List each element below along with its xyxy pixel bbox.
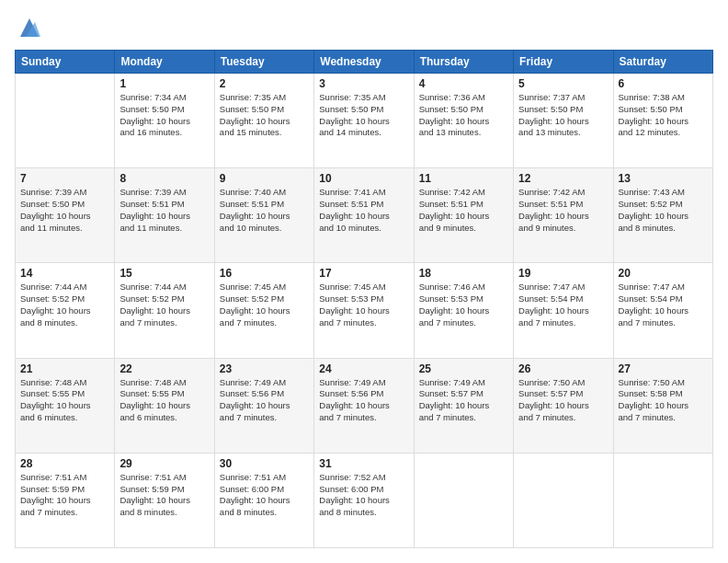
calendar-week-row: 14Sunrise: 7:44 AM Sunset: 5:52 PM Dayli… <box>16 263 713 358</box>
col-header-wednesday: Wednesday <box>314 51 414 74</box>
day-info: Sunrise: 7:50 AM Sunset: 5:58 PM Dayligh… <box>619 377 708 424</box>
day-info: Sunrise: 7:44 AM Sunset: 5:52 PM Dayligh… <box>119 282 209 328</box>
calendar-cell: 16Sunrise: 7:45 AM Sunset: 5:52 PM Dayli… <box>214 263 313 358</box>
day-number: 23 <box>220 362 309 375</box>
day-info: Sunrise: 7:38 AM Sunset: 5:50 PM Dayligh… <box>619 92 708 139</box>
day-info: Sunrise: 7:47 AM Sunset: 5:54 PM Dayligh… <box>619 282 708 328</box>
calendar-cell: 12Sunrise: 7:42 AM Sunset: 5:51 PM Dayli… <box>514 168 613 263</box>
calendar-cell: 5Sunrise: 7:37 AM Sunset: 5:50 PM Daylig… <box>514 74 613 168</box>
calendar-cell: 24Sunrise: 7:49 AM Sunset: 5:56 PM Dayli… <box>314 358 414 453</box>
calendar-week-row: 28Sunrise: 7:51 AM Sunset: 5:59 PM Dayli… <box>16 453 713 547</box>
header <box>15 15 713 40</box>
calendar-cell: 9Sunrise: 7:40 AM Sunset: 5:51 PM Daylig… <box>214 168 313 263</box>
day-number: 30 <box>220 457 309 470</box>
page: SundayMondayTuesdayWednesdayThursdayFrid… <box>0 0 728 563</box>
day-info: Sunrise: 7:44 AM Sunset: 5:52 PM Dayligh… <box>20 282 109 328</box>
day-info: Sunrise: 7:48 AM Sunset: 5:55 PM Dayligh… <box>119 377 209 424</box>
day-info: Sunrise: 7:45 AM Sunset: 5:52 PM Dayligh… <box>220 282 309 328</box>
day-number: 29 <box>119 457 209 470</box>
day-info: Sunrise: 7:39 AM Sunset: 5:51 PM Dayligh… <box>119 187 209 234</box>
day-info: Sunrise: 7:51 AM Sunset: 5:59 PM Dayligh… <box>20 472 109 519</box>
day-number: 2 <box>220 77 309 90</box>
day-number: 27 <box>619 362 708 375</box>
day-info: Sunrise: 7:36 AM Sunset: 5:50 PM Dayligh… <box>419 92 508 139</box>
calendar-cell: 3Sunrise: 7:35 AM Sunset: 5:50 PM Daylig… <box>314 74 414 168</box>
day-number: 18 <box>419 267 508 280</box>
calendar-cell: 19Sunrise: 7:47 AM Sunset: 5:54 PM Dayli… <box>514 263 613 358</box>
calendar-cell: 27Sunrise: 7:50 AM Sunset: 5:58 PM Dayli… <box>613 358 712 453</box>
col-header-thursday: Thursday <box>414 51 513 74</box>
day-info: Sunrise: 7:43 AM Sunset: 5:52 PM Dayligh… <box>619 187 708 234</box>
calendar-cell: 11Sunrise: 7:42 AM Sunset: 5:51 PM Dayli… <box>414 168 513 263</box>
day-info: Sunrise: 7:52 AM Sunset: 6:00 PM Dayligh… <box>319 472 408 519</box>
calendar-cell: 30Sunrise: 7:51 AM Sunset: 6:00 PM Dayli… <box>214 453 313 547</box>
day-info: Sunrise: 7:50 AM Sunset: 5:57 PM Dayligh… <box>518 377 608 424</box>
calendar-cell: 31Sunrise: 7:52 AM Sunset: 6:00 PM Dayli… <box>314 453 414 547</box>
day-info: Sunrise: 7:47 AM Sunset: 5:54 PM Dayligh… <box>518 282 608 328</box>
calendar-cell: 28Sunrise: 7:51 AM Sunset: 5:59 PM Dayli… <box>16 453 115 547</box>
day-number: 25 <box>419 362 508 375</box>
day-number: 16 <box>220 267 309 280</box>
day-number: 19 <box>518 267 608 280</box>
calendar-cell: 17Sunrise: 7:45 AM Sunset: 5:53 PM Dayli… <box>314 263 414 358</box>
calendar-table: SundayMondayTuesdayWednesdayThursdayFrid… <box>15 50 713 548</box>
calendar-cell: 1Sunrise: 7:34 AM Sunset: 5:50 PM Daylig… <box>115 74 214 168</box>
calendar-cell: 23Sunrise: 7:49 AM Sunset: 5:56 PM Dayli… <box>214 358 313 453</box>
col-header-saturday: Saturday <box>613 51 712 74</box>
col-header-friday: Friday <box>514 51 613 74</box>
calendar-cell: 13Sunrise: 7:43 AM Sunset: 5:52 PM Dayli… <box>613 168 712 263</box>
day-number: 20 <box>619 267 708 280</box>
day-number: 15 <box>119 267 209 280</box>
day-number: 4 <box>419 77 508 90</box>
day-info: Sunrise: 7:48 AM Sunset: 5:55 PM Dayligh… <box>20 377 109 424</box>
day-info: Sunrise: 7:35 AM Sunset: 5:50 PM Dayligh… <box>319 92 408 139</box>
logo-icon <box>17 15 42 40</box>
col-header-sunday: Sunday <box>16 51 115 74</box>
day-number: 11 <box>419 172 508 185</box>
calendar-cell: 18Sunrise: 7:46 AM Sunset: 5:53 PM Dayli… <box>414 263 513 358</box>
day-number: 22 <box>119 362 209 375</box>
calendar-header-row: SundayMondayTuesdayWednesdayThursdayFrid… <box>16 51 713 74</box>
day-info: Sunrise: 7:40 AM Sunset: 5:51 PM Dayligh… <box>220 187 309 234</box>
day-number: 7 <box>20 172 109 185</box>
day-info: Sunrise: 7:51 AM Sunset: 6:00 PM Dayligh… <box>220 472 309 519</box>
day-number: 28 <box>20 457 109 470</box>
col-header-monday: Monday <box>115 51 214 74</box>
calendar-cell: 10Sunrise: 7:41 AM Sunset: 5:51 PM Dayli… <box>314 168 414 263</box>
day-number: 6 <box>619 77 708 90</box>
day-number: 12 <box>518 172 608 185</box>
calendar-cell: 8Sunrise: 7:39 AM Sunset: 5:51 PM Daylig… <box>115 168 214 263</box>
calendar-cell: 26Sunrise: 7:50 AM Sunset: 5:57 PM Dayli… <box>514 358 613 453</box>
day-info: Sunrise: 7:51 AM Sunset: 5:59 PM Dayligh… <box>119 472 209 519</box>
day-number: 26 <box>518 362 608 375</box>
calendar-cell: 14Sunrise: 7:44 AM Sunset: 5:52 PM Dayli… <box>16 263 115 358</box>
day-info: Sunrise: 7:42 AM Sunset: 5:51 PM Dayligh… <box>518 187 608 234</box>
calendar-cell <box>16 74 115 168</box>
day-info: Sunrise: 7:41 AM Sunset: 5:51 PM Dayligh… <box>319 187 408 234</box>
day-info: Sunrise: 7:35 AM Sunset: 5:50 PM Dayligh… <box>220 92 309 139</box>
day-number: 10 <box>319 172 408 185</box>
day-info: Sunrise: 7:46 AM Sunset: 5:53 PM Dayligh… <box>419 282 508 328</box>
day-number: 17 <box>319 267 408 280</box>
day-number: 3 <box>319 77 408 90</box>
calendar-cell: 2Sunrise: 7:35 AM Sunset: 5:50 PM Daylig… <box>214 74 313 168</box>
day-info: Sunrise: 7:37 AM Sunset: 5:50 PM Dayligh… <box>518 92 608 139</box>
day-number: 5 <box>518 77 608 90</box>
col-header-tuesday: Tuesday <box>214 51 313 74</box>
calendar-cell <box>514 453 613 547</box>
day-info: Sunrise: 7:34 AM Sunset: 5:50 PM Dayligh… <box>119 92 209 139</box>
calendar-cell: 6Sunrise: 7:38 AM Sunset: 5:50 PM Daylig… <box>613 74 712 168</box>
calendar-cell: 29Sunrise: 7:51 AM Sunset: 5:59 PM Dayli… <box>115 453 214 547</box>
calendar-week-row: 7Sunrise: 7:39 AM Sunset: 5:50 PM Daylig… <box>16 168 713 263</box>
logo <box>15 15 42 40</box>
calendar-week-row: 21Sunrise: 7:48 AM Sunset: 5:55 PM Dayli… <box>16 358 713 453</box>
calendar-cell: 22Sunrise: 7:48 AM Sunset: 5:55 PM Dayli… <box>115 358 214 453</box>
day-number: 31 <box>319 457 408 470</box>
day-info: Sunrise: 7:39 AM Sunset: 5:50 PM Dayligh… <box>20 187 109 234</box>
calendar-week-row: 1Sunrise: 7:34 AM Sunset: 5:50 PM Daylig… <box>16 74 713 168</box>
day-number: 9 <box>220 172 309 185</box>
day-number: 8 <box>119 172 209 185</box>
calendar-cell: 7Sunrise: 7:39 AM Sunset: 5:50 PM Daylig… <box>16 168 115 263</box>
day-info: Sunrise: 7:49 AM Sunset: 5:57 PM Dayligh… <box>419 377 508 424</box>
day-info: Sunrise: 7:42 AM Sunset: 5:51 PM Dayligh… <box>419 187 508 234</box>
